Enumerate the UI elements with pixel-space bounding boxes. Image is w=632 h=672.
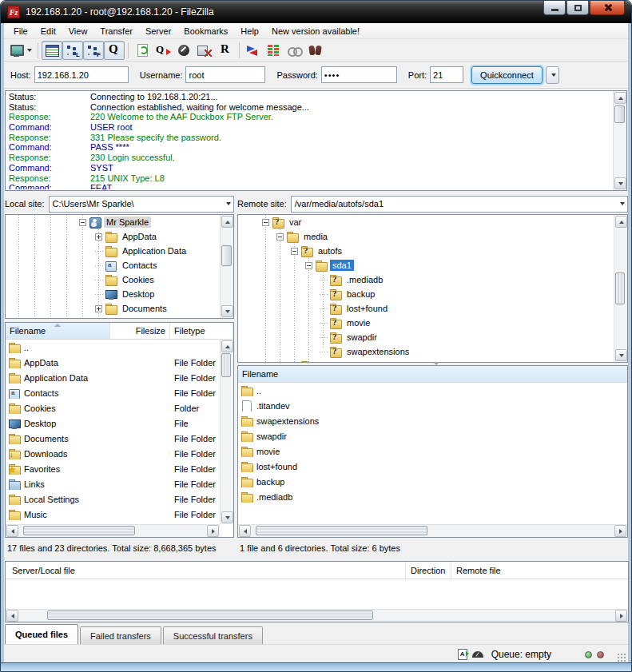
tree-node-mr-sparkle[interactable]: Mr Sparkle xyxy=(6,215,220,229)
file-row-links[interactable]: LinksFile Folder xyxy=(6,476,220,491)
file-row-music[interactable]: MusicFile Folder xyxy=(6,507,220,522)
expander-plus-icon[interactable] xyxy=(95,233,102,241)
file-row-application-data[interactable]: Application DataFile Folder xyxy=(6,370,220,385)
toggle-local-tree-button[interactable] xyxy=(62,41,83,60)
column-header-filename[interactable]: Filename xyxy=(238,366,627,382)
minimize-button[interactable] xyxy=(543,1,566,15)
menu-item-view[interactable]: View xyxy=(62,25,94,38)
directory-listing-filter-button[interactable] xyxy=(264,41,284,60)
file-row-downloads[interactable]: ↓DownloadsFile Folder xyxy=(6,446,220,461)
tree-node-autofs[interactable]: ?autofs xyxy=(238,244,614,258)
toggle-remote-tree-button[interactable] xyxy=(83,41,104,60)
tree-node-lost-found[interactable]: ?lost+found xyxy=(238,301,614,316)
queue-column-header-remote-file[interactable]: Remote file xyxy=(451,562,628,579)
tree-node-desktop[interactable]: Desktop xyxy=(6,287,220,301)
host-input[interactable] xyxy=(34,66,129,83)
close-button[interactable] xyxy=(590,1,625,15)
scroll-down-button[interactable] xyxy=(614,177,626,189)
file-row-desktop[interactable]: DesktopFile xyxy=(6,416,220,431)
menu-item-edit[interactable]: Edit xyxy=(34,25,62,38)
username-input[interactable] xyxy=(185,66,265,83)
column-header-filetype[interactable]: Filetype xyxy=(170,323,233,339)
site-manager-button[interactable] xyxy=(7,41,34,60)
process-queue-button[interactable] xyxy=(153,41,173,60)
expander-minus-icon[interactable] xyxy=(276,233,284,241)
local-site-dropdown-button[interactable] xyxy=(221,197,233,212)
toggle-queue-button[interactable] xyxy=(104,41,125,60)
expander-minus-icon[interactable] xyxy=(262,219,269,226)
log-vertical-scrollbar[interactable] xyxy=(613,91,626,190)
scroll-left-button[interactable] xyxy=(6,525,18,537)
scrollbar-thumb[interactable] xyxy=(23,526,135,535)
quickconnect-dropdown-button[interactable] xyxy=(546,66,559,84)
scrollbar-thumb[interactable] xyxy=(47,610,373,620)
password-input[interactable] xyxy=(321,66,397,83)
remote-site-combobox[interactable]: /var/media/autofs/sda1 xyxy=(291,196,628,213)
scroll-up-button[interactable] xyxy=(615,216,627,228)
local-site-combobox[interactable]: C:\Users\Mr Sparkle\ xyxy=(49,196,234,213)
find-files-button[interactable] xyxy=(305,41,326,60)
reconnect-button[interactable] xyxy=(215,41,236,60)
remote-list-horizontal-scrollbar[interactable] xyxy=(238,524,627,537)
tree-node-sda1[interactable]: sda1 xyxy=(238,258,614,272)
tree-node-cookies[interactable]: Cookies xyxy=(6,272,220,287)
scrollbar-thumb[interactable] xyxy=(614,105,625,123)
quickconnect-button[interactable]: Quickconnect xyxy=(471,66,543,84)
tab-queued-files[interactable]: Queued files xyxy=(5,624,78,644)
local-tree-vertical-scrollbar[interactable] xyxy=(220,215,233,318)
remote-site-dropdown-button[interactable] xyxy=(614,197,627,212)
menu-item-server[interactable]: Server xyxy=(139,25,177,38)
maximize-button[interactable] xyxy=(566,1,589,15)
file-row-[interactable]: .. xyxy=(238,383,627,398)
file-row-swapdir[interactable]: swapdir xyxy=(238,428,627,443)
tree-node-var[interactable]: ?var xyxy=(238,215,614,229)
tree-node-swapdir[interactable]: ?swapdir xyxy=(238,330,614,344)
tree-node-application-data[interactable]: Application Data xyxy=(6,244,220,258)
scroll-up-button[interactable] xyxy=(614,92,626,104)
tree-node-documents[interactable]: Documents xyxy=(6,301,220,316)
tree-node-swapextensions[interactable]: ?swapextensions xyxy=(238,344,614,359)
remote-tree-vertical-scrollbar[interactable] xyxy=(614,215,627,362)
file-row-cookies[interactable]: CookiesFolder xyxy=(6,400,220,416)
tree-node-mediadb[interactable]: ?.mediadb xyxy=(238,272,614,287)
file-row-documents[interactable]: DocumentsFile Folder xyxy=(6,431,220,446)
menu-item-file[interactable]: File xyxy=(7,25,34,38)
tree-node-appdata[interactable]: AppData xyxy=(6,229,220,244)
file-row-backup[interactable]: backup xyxy=(238,474,627,489)
toggle-message-log-button[interactable] xyxy=(42,41,62,60)
scroll-right-button[interactable] xyxy=(614,525,626,537)
menu-item-transfer[interactable]: Transfer xyxy=(93,25,139,38)
scroll-up-button[interactable] xyxy=(221,340,233,352)
resize-grip[interactable] xyxy=(617,653,626,662)
menu-item-new-version-available[interactable]: New version available! xyxy=(265,25,366,38)
scrollbar-thumb[interactable] xyxy=(256,526,427,535)
file-row-contacts[interactable]: ContactsFile Folder xyxy=(6,385,220,400)
tree-node-dvd[interactable]: ?dvd xyxy=(238,359,614,362)
queue-horizontal-scrollbar[interactable] xyxy=(6,609,628,622)
scroll-up-button[interactable] xyxy=(221,216,233,228)
file-row-favorites[interactable]: ★FavoritesFile Folder xyxy=(6,461,220,476)
scrollbar-thumb[interactable] xyxy=(221,245,232,266)
expander-plus-icon[interactable] xyxy=(95,305,102,312)
expander-minus-icon[interactable] xyxy=(291,248,298,255)
tab-successful-transfers[interactable]: Successful transfers xyxy=(163,626,263,644)
local-list-horizontal-scrollbar[interactable] xyxy=(6,524,220,537)
port-input[interactable] xyxy=(430,66,463,83)
scroll-down-button[interactable] xyxy=(221,305,233,317)
tree-node-movie[interactable]: ?movie xyxy=(238,316,614,330)
menu-item-bookmarks[interactable]: Bookmarks xyxy=(177,25,234,38)
file-row-mediadb[interactable]: .mediadb xyxy=(238,489,627,504)
tab-failed-transfers[interactable]: Failed transfers xyxy=(80,626,161,644)
tree-node-backup[interactable]: ?backup xyxy=(238,287,614,301)
tree-node-contacts[interactable]: Contacts xyxy=(6,258,220,272)
scrollbar-thumb[interactable] xyxy=(221,353,231,377)
column-header-filesize[interactable]: Filesize xyxy=(110,323,170,339)
expander-minus-icon[interactable] xyxy=(305,262,312,269)
queue-column-header-direction[interactable]: Direction xyxy=(405,562,451,579)
scroll-left-button[interactable] xyxy=(239,525,251,537)
file-row-local-settings[interactable]: Local SettingsFile Folder xyxy=(6,491,220,507)
file-row-titandev[interactable]: .titandev xyxy=(238,398,627,413)
tree-node-downloads[interactable]: ↓Downloads xyxy=(6,316,220,318)
file-row-lost-found[interactable]: lost+found xyxy=(238,459,627,474)
scroll-down-button[interactable] xyxy=(221,511,233,523)
